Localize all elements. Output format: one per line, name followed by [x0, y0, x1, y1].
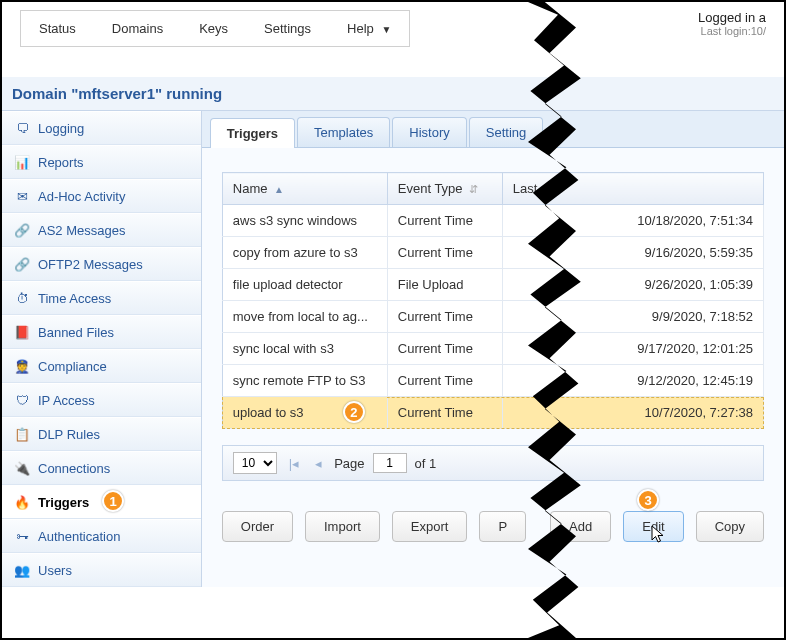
pager-of-label: of 1	[415, 456, 437, 471]
cell-event: Current Time	[387, 333, 502, 365]
callout-marker-2: 2	[343, 401, 365, 423]
cell-name: aws s3 sync windows	[222, 205, 387, 237]
tab-bar: Triggers Templates History Setting	[202, 111, 784, 148]
cell-event: File Upload	[387, 269, 502, 301]
sidebar-item-oftp2[interactable]: 🔗 OFTP2 Messages	[2, 247, 201, 281]
cell-name: file upload detector	[222, 269, 387, 301]
callout-marker-3: 3	[637, 489, 659, 511]
sidebar-item-timeaccess[interactable]: ⏱ Time Access	[2, 281, 201, 315]
chevron-down-icon: ▼	[381, 24, 391, 35]
link-icon: 🔗	[14, 256, 30, 272]
sidebar-item-auth[interactable]: 🗝 Authentication	[2, 519, 201, 553]
users-icon: 👥	[14, 562, 30, 578]
plug-icon: 🔌	[14, 460, 30, 476]
tab-triggers[interactable]: Triggers	[210, 118, 295, 148]
col-event-label: Event Type	[398, 181, 463, 196]
cell-event: Current Time	[387, 237, 502, 269]
page-size-select[interactable]: 10	[233, 452, 277, 474]
sidebar-item-reports[interactable]: 📊 Reports	[2, 145, 201, 179]
clipboard-icon: 📋	[14, 426, 30, 442]
cell-name-text: upload to s3	[233, 405, 304, 420]
sidebar-item-label: OFTP2 Messages	[38, 257, 143, 272]
sidebar-item-label: Reports	[38, 155, 84, 170]
menu-settings[interactable]: Settings	[246, 11, 329, 46]
menu-help[interactable]: Help ▼	[329, 11, 409, 46]
pager-first-icon[interactable]: |◂	[285, 456, 303, 471]
book-icon: 📕	[14, 324, 30, 340]
export-button[interactable]: Export	[392, 511, 468, 542]
table-row[interactable]: file upload detector File Upload 9/26/20…	[222, 269, 763, 301]
pager-prev-icon[interactable]: ◂	[311, 456, 326, 471]
p-button[interactable]: P	[479, 511, 526, 542]
table-row[interactable]: copy from azure to s3 Current Time 9/16/…	[222, 237, 763, 269]
tab-templates[interactable]: Templates	[297, 117, 390, 147]
key-icon: 🗝	[14, 528, 30, 544]
cell-event: Current Time	[387, 205, 502, 237]
main-menu: Status Domains Keys Settings Help ▼	[20, 10, 410, 47]
cell-name: sync remote FTP to S3	[222, 365, 387, 397]
sidebar-item-ipaccess[interactable]: 🛡 IP Access	[2, 383, 201, 417]
mail-icon: ✉	[14, 188, 30, 204]
sidebar-item-label: Banned Files	[38, 325, 114, 340]
table-row[interactable]: move from local to ag... Current Time 9/…	[222, 301, 763, 333]
pager-page-input[interactable]	[373, 453, 407, 473]
table-row[interactable]: sync remote FTP to S3 Current Time 9/12/…	[222, 365, 763, 397]
tab-history[interactable]: History	[392, 117, 466, 147]
col-name[interactable]: Name ▲	[222, 173, 387, 205]
cell-name: move from local to ag...	[222, 301, 387, 333]
sidebar-item-triggers[interactable]: 🔥 Triggers 1	[2, 485, 201, 519]
sidebar-item-users[interactable]: 👥 Users	[2, 553, 201, 587]
sidebar-item-label: Users	[38, 563, 72, 578]
sidebar-item-label: Connections	[38, 461, 110, 476]
menu-domains[interactable]: Domains	[94, 11, 181, 46]
sidebar-item-label: Compliance	[38, 359, 107, 374]
sidebar-item-label: Logging	[38, 121, 84, 136]
sidebar-item-as2[interactable]: 🔗 AS2 Messages	[2, 213, 201, 247]
sidebar-item-logging[interactable]: 🗨 Logging	[2, 111, 201, 145]
sidebar-item-adhoc[interactable]: ✉ Ad-Hoc Activity	[2, 179, 201, 213]
cell-event: Current Time	[387, 301, 502, 333]
sidebar-item-connections[interactable]: 🔌 Connections	[2, 451, 201, 485]
pager-page-label: Page	[334, 456, 364, 471]
login-line1: Logged in a	[698, 10, 766, 25]
cell-last: 9/9/2020, 7:18:52	[502, 301, 763, 333]
menu-help-label: Help	[347, 21, 374, 36]
sidebar-item-banned[interactable]: 📕 Banned Files	[2, 315, 201, 349]
col-last-label: Last	[513, 181, 538, 196]
sidebar: 🗨 Logging 📊 Reports ✉ Ad-Hoc Activity 🔗 …	[2, 111, 202, 587]
shield-icon: 🛡	[14, 392, 30, 408]
sidebar-item-dlp[interactable]: 📋 DLP Rules	[2, 417, 201, 451]
copy-button[interactable]: Copy	[696, 511, 764, 542]
order-button[interactable]: Order	[222, 511, 293, 542]
login-info: Logged in a Last login:10/	[698, 10, 766, 37]
col-name-label: Name	[233, 181, 268, 196]
fire-icon: 🔥	[14, 494, 30, 510]
chat-icon: 🗨	[14, 120, 30, 136]
sidebar-item-compliance[interactable]: 👮 Compliance	[2, 349, 201, 383]
login-line2: Last login:10/	[698, 25, 766, 37]
cell-last: 10/18/2020, 7:51:34	[502, 205, 763, 237]
officer-icon: 👮	[14, 358, 30, 374]
sidebar-item-label: AS2 Messages	[38, 223, 125, 238]
pager: 10 |◂ ◂ Page of 1	[222, 445, 764, 481]
table-row-selected[interactable]: upload to s3 2 Current Time 10/7/2020, 7…	[222, 397, 763, 429]
import-button[interactable]: Import	[305, 511, 380, 542]
sidebar-item-label: Triggers	[38, 495, 89, 510]
menu-keys[interactable]: Keys	[181, 11, 246, 46]
table-row[interactable]: sync local with s3 Current Time 9/17/202…	[222, 333, 763, 365]
sort-icon: ⇵	[469, 183, 478, 195]
sidebar-item-label: IP Access	[38, 393, 95, 408]
clock-icon: ⏱	[14, 290, 30, 306]
table-row[interactable]: aws s3 sync windows Current Time 10/18/2…	[222, 205, 763, 237]
col-event[interactable]: Event Type ⇵	[387, 173, 502, 205]
menu-status[interactable]: Status	[21, 11, 94, 46]
sort-asc-icon: ▲	[274, 184, 284, 195]
sidebar-item-label: Ad-Hoc Activity	[38, 189, 125, 204]
sidebar-item-label: Authentication	[38, 529, 120, 544]
link-icon: 🔗	[14, 222, 30, 238]
cursor-icon	[651, 525, 667, 545]
action-buttons: Order Import Export P Add 3 Edit Copy	[202, 481, 784, 542]
sidebar-item-label: DLP Rules	[38, 427, 100, 442]
triggers-table: Name ▲ Event Type ⇵ Last a	[222, 172, 764, 429]
sidebar-item-label: Time Access	[38, 291, 111, 306]
